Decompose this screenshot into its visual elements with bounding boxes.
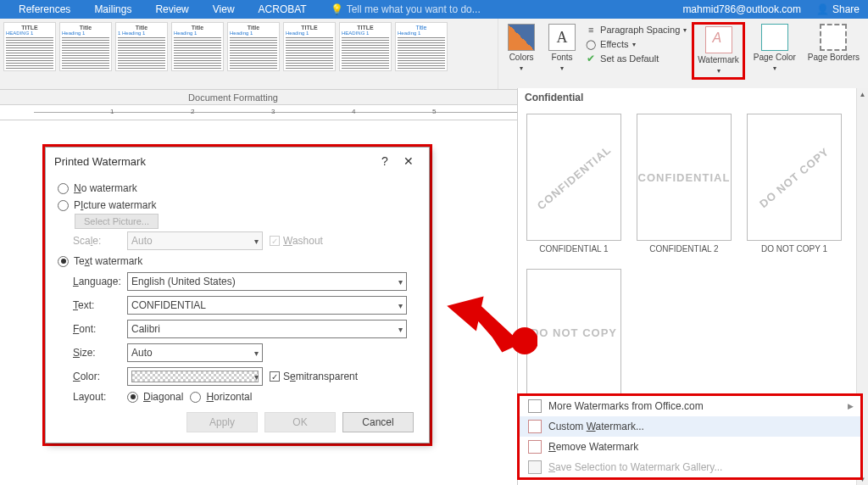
scale-label: Scale: (58, 235, 120, 247)
select-picture-button: Select Picture... (75, 214, 159, 229)
watermark-preset[interactable]: DO NOT COPY DO NOT COPY 1 (747, 114, 842, 254)
menu-more-watermarks[interactable]: More Watermarks from Office.com▶ (520, 396, 860, 416)
radio-picture-watermark[interactable]: PIcture watermark (58, 197, 417, 214)
watermark-icon (705, 26, 732, 53)
tab-mailings[interactable]: Mailings (82, 3, 143, 15)
style-gallery[interactable]: TITLEHEADING 1 TitleHeading 1 Title1 Hea… (0, 19, 451, 89)
tab-view[interactable]: View (201, 3, 247, 15)
color-combo[interactable] (127, 367, 263, 386)
watermark-context-menu: More Watermarks from Office.com▶ Custom … (517, 393, 863, 480)
radio-text-watermark[interactable]: Text watermark (58, 253, 417, 270)
size-combo[interactable]: Auto (127, 343, 263, 362)
ribbon-right-group: Colors▾ AFonts▾ ≡Paragraph Spacing▾ ◯Eff… (498, 19, 868, 89)
scroll-up-icon[interactable]: ▲ (857, 88, 868, 100)
size-label: Size: (58, 347, 120, 359)
washout-checkbox: ✓Washout (270, 235, 323, 247)
page-borders-icon (820, 24, 847, 51)
paragraph-spacing-icon: ≡ (585, 24, 597, 36)
apply-button: Apply (186, 412, 258, 432)
semitransparent-checkbox[interactable]: ✓Semitransparent (270, 371, 358, 382)
style-thumb[interactable]: TITLEHeading 1 (283, 22, 336, 71)
fonts-icon: A (548, 24, 576, 51)
lightbulb-icon: 💡 (331, 3, 343, 15)
dialog-title: Printed Watermark (54, 155, 373, 168)
text-label: Text: (58, 299, 120, 311)
watermark-preset[interactable]: DO NOT COPY DO NOT COPY 2 (526, 269, 621, 409)
watermark-preset[interactable]: CONFIDENTIAL CONFIDENTIAL 1 (526, 114, 621, 254)
style-thumb[interactable]: Title1 Heading 1 (115, 22, 168, 71)
printed-watermark-dialog: Printed Watermark ? ✕ No watermark PIctu… (45, 147, 430, 443)
style-thumb[interactable]: TITLEHEADING 1 (339, 22, 392, 71)
printed-watermark-dialog-highlight: Printed Watermark ? ✕ No watermark PIctu… (42, 144, 432, 446)
color-label: Color: (58, 371, 120, 382)
layout-label: Layout: (58, 391, 120, 403)
effects-button[interactable]: ◯Effects▾ (585, 38, 687, 50)
share-button[interactable]: 👤Share (808, 3, 868, 15)
check-icon: ✔ (585, 53, 597, 64)
font-combo[interactable]: Calibri (127, 320, 407, 338)
share-icon: 👤 (816, 3, 829, 15)
account-email[interactable]: mahmid786@outlook.com (682, 3, 808, 15)
style-thumb[interactable]: TITLEHEADING 1 (3, 22, 56, 71)
page-color-icon (761, 24, 788, 51)
color-swatch (131, 371, 259, 382)
ribbon-tabs: References Mailings Review View ACROBAT … (0, 0, 868, 19)
colors-button[interactable]: Colors▾ (504, 22, 539, 75)
tab-review[interactable]: Review (143, 3, 200, 15)
remove-watermark-icon (528, 440, 542, 454)
radio-horizontal[interactable]: Horizontal (190, 391, 252, 403)
office-icon (528, 399, 542, 413)
group-label-formatting: Document Formatting (0, 92, 466, 103)
radio-no-watermark[interactable]: No watermark (58, 180, 417, 197)
font-label: Font: (58, 323, 120, 335)
submenu-arrow-icon: ▶ (848, 402, 854, 410)
page-borders-button[interactable]: Page Borders (804, 22, 863, 64)
colors-icon (508, 24, 535, 51)
style-thumb[interactable]: TitleHeading 1 (227, 22, 280, 71)
scale-combo: Auto (127, 231, 263, 250)
paragraph-spacing-button[interactable]: ≡Paragraph Spacing▾ (585, 24, 687, 36)
fonts-button[interactable]: AFonts▾ (544, 22, 580, 75)
help-button[interactable]: ? (373, 154, 397, 168)
text-combo[interactable]: CONFIDENTIAL (127, 296, 407, 315)
cancel-button[interactable]: Cancel (342, 412, 414, 432)
menu-custom-watermark[interactable]: Custom Watermark... (520, 416, 860, 437)
tab-references[interactable]: References (7, 3, 82, 15)
menu-remove-watermark[interactable]: Remove Watermark (520, 437, 860, 457)
watermark-preset[interactable]: CONFIDENTIAL CONFIDENTIAL 2 (637, 114, 732, 254)
style-thumb[interactable]: TitleHeading 1 (59, 22, 112, 71)
tab-acrobat[interactable]: ACROBAT (247, 3, 319, 15)
language-label: Language: (58, 276, 120, 287)
style-thumb[interactable]: TitleHeading 1 (171, 22, 224, 71)
page-color-button[interactable]: Page Color▾ (750, 22, 799, 75)
menu-save-selection: Save Selection to Watermark Gallery... (520, 457, 860, 477)
ok-button: OK (264, 412, 336, 432)
radio-diagonal[interactable]: Diagonal (127, 391, 183, 403)
gallery-section-header: Confidential (518, 88, 868, 107)
set-default-button[interactable]: ✔Set as Default (585, 53, 687, 64)
effects-icon: ◯ (585, 38, 597, 50)
watermark-button[interactable]: Watermark▾ (692, 22, 745, 80)
close-button[interactable]: ✕ (397, 154, 420, 168)
custom-watermark-icon (528, 420, 542, 433)
language-combo[interactable]: English (United States) (127, 272, 407, 291)
style-thumb[interactable]: TitleHeading 1 (395, 22, 448, 71)
tell-me[interactable]: 💡Tell me what you want to do... (319, 3, 492, 15)
save-gallery-icon (528, 460, 542, 474)
ribbon-body: TITLEHEADING 1 TitleHeading 1 Title1 Hea… (0, 19, 868, 90)
